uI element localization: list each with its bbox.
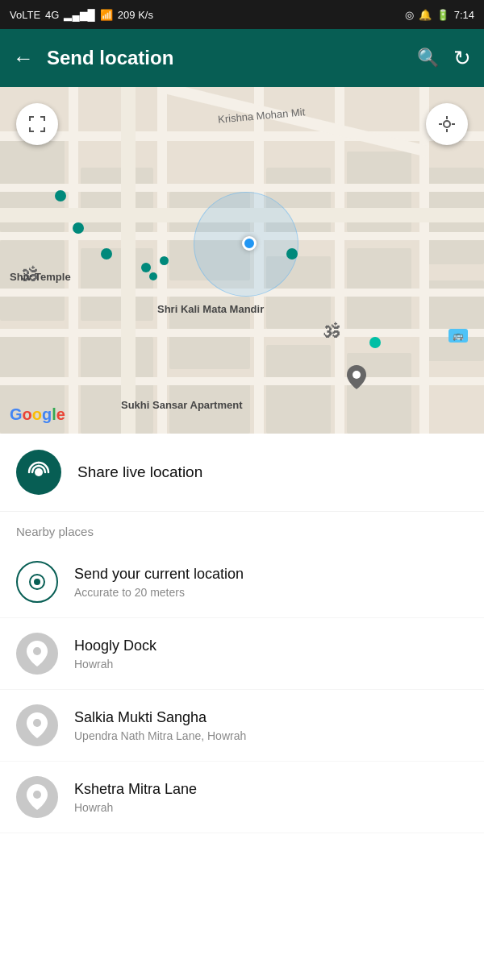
place-text-2: Salkia Mukti Sangha Upendra Nath Mitra L…: [74, 709, 468, 742]
svg-point-38: [35, 468, 43, 476]
map-dot-7: [149, 272, 157, 280]
place-pin-1: [347, 365, 366, 394]
svg-point-39: [33, 647, 41, 655]
refresh-button[interactable]: ↻: [453, 46, 471, 71]
temple-marker-2: 🕉: [323, 321, 340, 342]
place-name-1: Hoogly Dock: [74, 637, 468, 654]
bus-stop-icon: 🚌: [449, 329, 468, 343]
share-live-label: Share live location: [77, 463, 202, 481]
place-sub-2: Upendra Nath Mitra Lane, Howrah: [74, 729, 468, 742]
map-dot-6: [160, 256, 169, 265]
svg-point-33: [444, 121, 450, 127]
share-live-icon: [16, 450, 61, 495]
app-header: ← Send location 🔍 ↻: [0, 29, 484, 87]
map-dot-3: [73, 222, 84, 234]
header-actions: 🔍 ↻: [417, 46, 471, 71]
status-network: 4G: [45, 9, 59, 21]
place-icon-1: [16, 633, 58, 675]
svg-rect-12: [266, 345, 331, 434]
svg-rect-28: [0, 377, 484, 385]
status-left: VoLTE 4G ▂▄▆█ 📶 209 K/s: [10, 9, 153, 21]
svg-rect-31: [121, 87, 136, 434]
nearby-header: Nearby places: [0, 512, 484, 546]
back-button[interactable]: ←: [13, 46, 34, 71]
kali-mandir-label: Shri Kali Mata Mandir: [157, 303, 264, 315]
share-live-row[interactable]: Share live location: [0, 434, 484, 512]
sukhi-sansar-label: Sukhi Sansar Apartment: [121, 399, 243, 411]
svg-rect-24: [0, 184, 484, 192]
current-location-sub: Accurate to 20 meters: [74, 586, 468, 599]
place-name-3: Kshetra Mitra Lane: [74, 781, 468, 798]
page-title: Send location: [47, 47, 404, 69]
google-logo: Google: [10, 405, 65, 424]
place-icon-3: [16, 776, 58, 818]
map-dot-5: [141, 263, 151, 272]
svg-rect-27: [0, 329, 484, 337]
status-wifi: 📶: [100, 9, 113, 21]
svg-point-40: [33, 719, 41, 727]
status-carrier: VoLTE: [10, 9, 40, 21]
place-text-1: Hoogly Dock Howrah: [74, 637, 468, 671]
place-item-1[interactable]: Hoogly Dock Howrah: [0, 618, 484, 690]
current-location-item[interactable]: Send your current location Accurate to 2…: [0, 546, 484, 618]
place-icon-2: [16, 704, 58, 746]
place-sub-3: Howrah: [74, 801, 468, 814]
place-text-3: Kshetra Mitra Lane Howrah: [74, 781, 468, 814]
status-signal: ▂▄▆█: [64, 9, 94, 21]
fullscreen-button[interactable]: [16, 103, 58, 145]
map-area[interactable]: 🕉 🕉 🚌 Krishna Mohan Mit Shiv Temple Shri…: [0, 87, 484, 434]
status-speed: 209 K/s: [118, 9, 153, 21]
place-name-2: Salkia Mukti Sangha: [74, 709, 468, 726]
current-location-icon: [16, 561, 58, 603]
svg-point-41: [33, 791, 41, 799]
svg-point-32: [353, 371, 361, 379]
svg-rect-5: [81, 248, 153, 321]
place-sub-1: Howrah: [74, 658, 468, 671]
place-item-2[interactable]: Salkia Mukti Sangha Upendra Nath Mitra L…: [0, 690, 484, 762]
current-location-dot: [242, 236, 257, 251]
map-dot-2: [55, 190, 66, 201]
status-right: ◎ 🔔 🔋 7:14: [405, 9, 474, 21]
current-location-name: Send your current location: [74, 566, 468, 583]
current-location-text: Send your current location Accurate to 2…: [74, 566, 468, 599]
map-dot-8: [369, 337, 381, 348]
battery-icon: 🔋: [436, 9, 449, 21]
search-button[interactable]: 🔍: [417, 48, 439, 69]
place-item-3[interactable]: Kshetra Mitra Lane Howrah: [0, 762, 484, 833]
shiv-temple-label: Shiv Temple: [10, 271, 71, 283]
my-location-button[interactable]: [426, 103, 468, 145]
map-dot-1: [286, 248, 298, 260]
status-time: 7:14: [454, 9, 474, 21]
status-bar: VoLTE 4G ▂▄▆█ 📶 209 K/s ◎ 🔔 🔋 7:14: [0, 0, 484, 29]
location-icon: ◎: [405, 9, 414, 21]
map-dot-4: [101, 248, 112, 260]
mute-icon: 🔔: [419, 9, 432, 21]
content-area: Share live location Nearby places Send y…: [0, 434, 484, 833]
